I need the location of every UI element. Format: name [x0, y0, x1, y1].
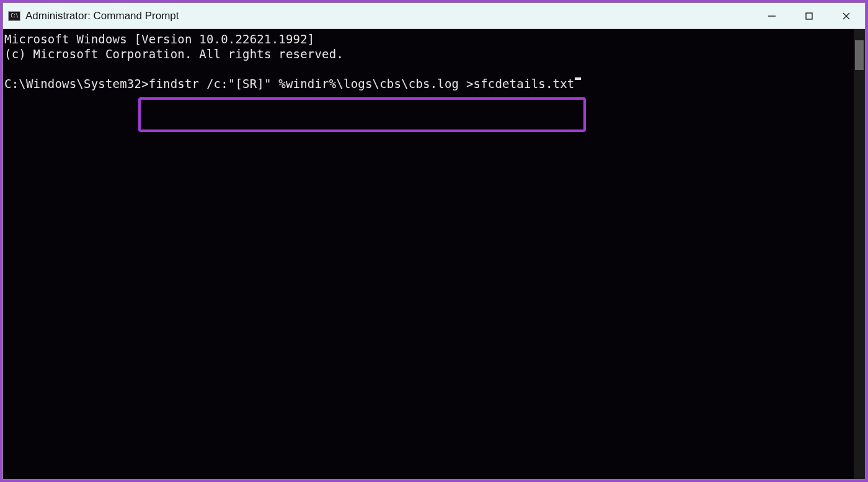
- command-prompt-window: C:\ Administrator: Command Prompt Micros…: [2, 2, 866, 480]
- prompt-line: C:\Windows\System32>findstr /c:"[SR]" %w…: [4, 76, 865, 91]
- scrollbar-thumb[interactable]: [855, 40, 864, 70]
- window-title: Administrator: Command Prompt: [25, 10, 179, 22]
- version-line: Microsoft Windows [Version 10.0.22621.19…: [4, 32, 865, 46]
- window-controls: [753, 3, 865, 28]
- maximize-button[interactable]: [790, 3, 828, 28]
- command-text: findstr /c:"[SR]" %windir%\logs\cbs\cbs.…: [149, 76, 575, 91]
- prompt-path: C:\Windows\System32>: [4, 76, 149, 91]
- annotation-highlight-box: [138, 97, 586, 132]
- cmd-icon-label: C:\: [11, 13, 17, 19]
- close-button[interactable]: [828, 3, 865, 28]
- copyright-line: (c) Microsoft Corporation. All rights re…: [4, 46, 865, 61]
- text-cursor: [575, 77, 581, 80]
- titlebar-left: C:\ Administrator: Command Prompt: [3, 10, 179, 22]
- cmd-icon: C:\: [8, 11, 20, 21]
- vertical-scrollbar[interactable]: [854, 29, 865, 479]
- terminal-output[interactable]: Microsoft Windows [Version 10.0.22621.19…: [3, 29, 865, 479]
- titlebar[interactable]: C:\ Administrator: Command Prompt: [3, 3, 865, 29]
- minimize-icon: [768, 12, 776, 20]
- minimize-button[interactable]: [753, 3, 790, 28]
- svg-rect-1: [806, 13, 812, 19]
- close-icon: [842, 12, 851, 20]
- maximize-icon: [805, 12, 813, 20]
